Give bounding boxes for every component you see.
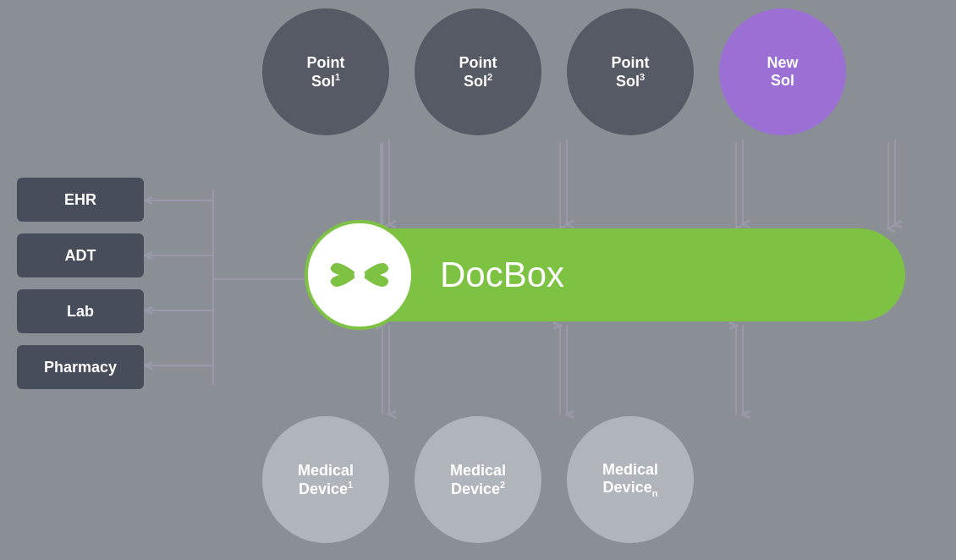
medical-device-n-label: MedicalDevicen: [602, 461, 658, 498]
pharmacy-label: Pharmacy: [44, 359, 117, 376]
point-sol-2-node: PointSol2: [415, 8, 541, 135]
docbox-logo: [305, 220, 415, 330]
point-sol-3-label: PointSol3: [612, 54, 650, 91]
left-systems-container: EHR ADT Lab Pharmacy: [17, 178, 144, 389]
ehr-label: EHR: [64, 191, 96, 209]
point-sol-1-node: PointSol1: [262, 8, 389, 135]
top-circles-container: PointSol1 PointSol2 PointSol3 NewSol: [262, 8, 846, 135]
lab-box: Lab: [17, 289, 144, 333]
point-sol-2-label: PointSol2: [459, 54, 497, 91]
medical-device-2-node: MedicalDevice2: [415, 416, 541, 543]
new-sol-label: NewSol: [766, 54, 798, 90]
lab-label: Lab: [67, 303, 94, 321]
medical-device-n-node: MedicalDevicen: [567, 416, 694, 543]
pharmacy-box: Pharmacy: [17, 345, 144, 389]
point-sol-1-label: PointSol1: [307, 54, 345, 91]
bottom-circles-container: MedicalDevice1 MedicalDevice2 MedicalDev…: [262, 416, 694, 543]
adt-label: ADT: [65, 247, 96, 265]
docbox-label: DocBox: [440, 255, 564, 295]
medical-device-1-label: MedicalDevice1: [298, 462, 354, 498]
medical-device-2-label: MedicalDevice2: [450, 462, 506, 498]
new-sol-node: NewSol: [719, 8, 846, 135]
point-sol-3-node: PointSol3: [567, 8, 694, 135]
medical-device-1-node: MedicalDevice1: [262, 416, 389, 543]
docbox-bar: DocBox: [313, 228, 905, 321]
adt-box: ADT: [17, 233, 144, 277]
ehr-box: EHR: [17, 178, 144, 222]
docbox-logo-svg: [326, 250, 393, 300]
svg-point-24: [354, 270, 365, 281]
